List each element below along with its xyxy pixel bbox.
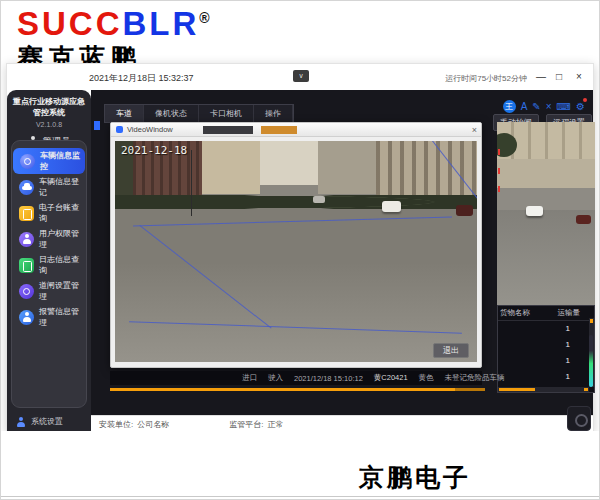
chevron-down-icon[interactable]: ∨ [293,70,309,82]
install-unit-label: 安装单位: [99,419,133,430]
sidebar-item-label: 日志信息查询 [39,254,82,276]
live-camera-panel[interactable] [497,122,595,305]
alarm-user-icon [19,310,34,325]
tab-lane[interactable]: 车道 [105,105,144,122]
notification-dot [583,98,587,102]
pen-icon[interactable]: ✎ [532,100,540,113]
sidebar-item-label: 车辆信息登记 [39,176,82,198]
detection-line [130,321,463,334]
tree-line [115,194,477,209]
install-unit-value: 公司名称 [137,419,169,430]
gate-gear-icon [19,284,34,299]
footer-divider [1,496,599,497]
gear-glyph: ⚙ [576,101,585,112]
main-content: 车道 像机状态 卡口相机 操作 王 A ✎ × ⌨ ⚙ 手动抬闸 远程设置 [91,90,593,415]
sidebar-item-label: 用户权限管理 [39,228,82,250]
tabs-bar: 车道 像机状态 卡口相机 操作 [104,104,294,123]
video-window-titlebar[interactable]: VideoWindow × [111,123,481,137]
vehicle-info-row[interactable]: 进口 驶入 2021/12/18 15:10:12 黄C20421 黄色 未登记… [110,371,482,385]
accent-marker [94,121,100,130]
gear-icon[interactable]: ⚙ [576,100,585,113]
minimize-button[interactable]: — [533,70,549,84]
ime-toolbar: 王 A ✎ × ⌨ ⚙ [503,100,585,113]
red-marker [498,168,500,174]
ime-language-icon[interactable]: 王 [503,100,516,113]
detection-line [140,225,272,328]
system-settings-label: 系统设置 [31,416,63,427]
sidebar-item-log-query[interactable]: 日志信息查询 [12,252,86,278]
sidebar-item-vehicle-monitor[interactable]: 车辆信息监控 [13,148,85,174]
car-icon [19,180,34,195]
plate-color: 黄色 [419,373,434,383]
sidebar-item-alarm-management[interactable]: 报警信息管理 [12,304,86,330]
cargo-name-header: 货物名称 [500,308,530,318]
horizontal-scrollbar[interactable] [498,387,589,392]
table-row[interactable]: 1 [498,337,594,353]
exit-button[interactable]: 退出 [433,343,469,358]
red-marker [498,149,500,155]
table-row[interactable]: 1 [498,321,594,337]
cargo-table-header: 货物名称 运输量 [498,306,594,321]
system-settings-button[interactable]: 系统设置 [16,416,63,427]
video-window-close-icon[interactable]: × [472,123,477,137]
registered-mark: ® [199,10,209,26]
brand-text-red: SUCC [17,5,123,42]
sidebar-item-label: 报警信息管理 [39,306,82,328]
tab-camera-status[interactable]: 像机状态 [144,105,199,122]
lamp-post [191,150,192,216]
white-car [526,206,543,216]
sidebar-item-gate-settings[interactable]: 道闸设置管理 [12,278,86,304]
settings-gear-icon [16,417,26,427]
dark-red-car [456,205,473,216]
footer: 京鹏电子 [1,431,599,499]
vehicle-remark: 未登记危险品车辆 [445,373,505,383]
red-marker [498,186,500,192]
building [318,141,376,194]
sidebar: 重点行业移动源应急管控系统 V2.1.0.8 管理员 车辆信息监控 车辆信息登记… [7,90,91,432]
brand-logo-latin: SUCCBLR® [17,7,210,40]
direction-value: 进口 [242,373,257,383]
sidebar-item-vehicle-register[interactable]: 车辆信息登记 [12,174,86,200]
sidebar-item-label: 车辆信息监控 [40,150,81,172]
cargo-table: 货物名称 运输量 1 1 1 1 [497,305,595,393]
silver-car [313,196,325,203]
maximize-button[interactable]: □ [551,70,567,84]
close-icon[interactable]: × [546,100,552,113]
table-row[interactable]: 1 [498,369,594,385]
pass-time-value: 2021/12/18 15:10:12 [294,374,363,383]
white-suv [382,201,401,212]
tab-checkpoint-camera[interactable]: 卡口相机 [199,105,254,122]
table-row[interactable]: 1 [498,353,594,369]
sidebar-item-user-permission[interactable]: 用户权限管理 [12,226,86,252]
app-window: 2021年12月18日 15:32:37 ∨ 运行时间75小时52分钟 — □ … [6,63,594,433]
sidebar-item-ledger-query[interactable]: 电子台账查询 [12,200,86,226]
vehicle-monitor-icon [20,154,35,169]
titlebar-artifact [203,126,253,134]
close-button[interactable]: × [571,70,587,84]
tab-operation[interactable]: 操作 [254,105,293,122]
orange-scroll-indicator[interactable] [110,388,485,391]
camera-button[interactable] [567,406,591,431]
status-bar: 安装单位: 公司名称 监管平台: 正常 [91,415,593,432]
current-datetime: 2021年12月18日 15:32:37 [89,72,194,85]
cargo-qty-header: 运输量 [558,308,581,318]
sidebar-item-label: 道闸设置管理 [39,280,82,302]
titlebar-artifact [261,126,297,134]
building [260,141,318,185]
window-titlebar: 2021年12月18日 15:32:37 ∨ 运行时间75小时52分钟 — □ … [7,64,593,90]
log-icon [19,258,34,273]
video-feed[interactable]: 2021-12-18 退出 [115,141,477,362]
system-name: 重点行业移动源应急管控系统 [7,90,91,121]
document-icon [19,206,34,221]
action-value: 驶入 [268,373,283,383]
keyboard-icon[interactable]: ⌨ [557,100,571,113]
sidebar-item-label: 电子台账查询 [39,202,82,224]
brand-text-blue: BLR [123,5,200,42]
ime-mode-icon[interactable]: A [521,100,528,113]
video-window: VideoWindow × [110,122,482,368]
video-window-icon [116,126,123,133]
detection-line [133,216,451,226]
watermark-text: 京鹏电子 [359,461,471,494]
video-timestamp-overlay: 2021-12-18 [121,144,187,157]
gradient-indicator-bar [589,335,593,387]
